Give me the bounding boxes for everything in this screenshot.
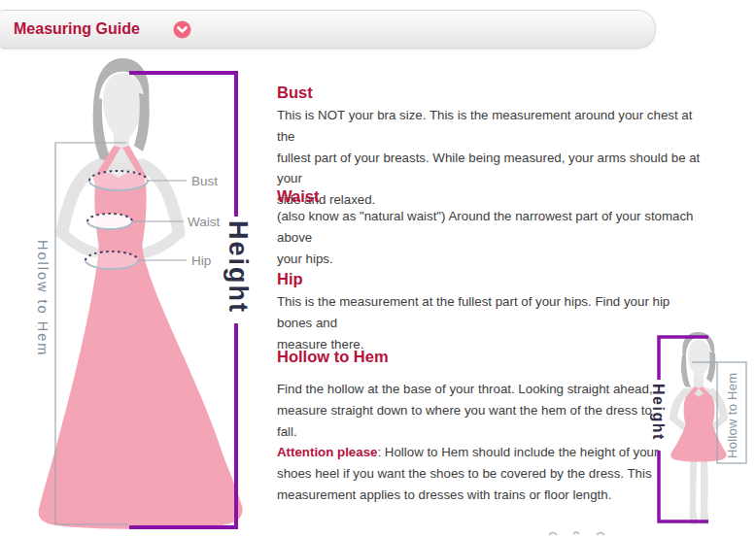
hollow-to-hem-heading: Hollow to Hem xyxy=(277,348,389,366)
hip-heading: Hip xyxy=(277,270,303,288)
hollow-description-part1: Find the hollow at the base of your thro… xyxy=(277,382,653,439)
bust-heading: Bust xyxy=(277,84,313,102)
small-left-leg xyxy=(690,461,699,524)
clipped-bottom-text xyxy=(549,532,604,535)
right-arm xyxy=(142,165,179,233)
face xyxy=(103,73,143,144)
height-label: Height xyxy=(223,220,253,314)
attention-label: Attention please xyxy=(277,445,377,459)
waist-description: (also know as "natural waist") Around th… xyxy=(277,206,706,269)
hip-label: Hip xyxy=(191,253,211,268)
small-dress-skirt xyxy=(670,424,726,462)
left-forearm xyxy=(62,233,94,252)
hollow-to-hem-label: Hollow to Hem xyxy=(35,240,51,356)
waist-ellipse xyxy=(87,214,132,229)
hollow-to-hem-description: Find the hollow at the base of your thro… xyxy=(277,379,666,506)
large-figure: Bust Waist Hip Height Hollow to Hem xyxy=(35,58,253,529)
bust-description: This is NOT your bra size. This is the m… xyxy=(277,105,706,211)
hip-description: This is the measurement at the fullest p… xyxy=(277,291,706,354)
small-dress-bodice xyxy=(684,394,715,428)
measuring-guide-page: Measuring Guide xyxy=(0,0,756,537)
dress-skirt xyxy=(39,245,243,529)
bust-ellipse xyxy=(89,171,148,190)
small-left-arm xyxy=(673,392,685,418)
right-forearm xyxy=(147,233,179,252)
bust-label: Bust xyxy=(191,174,218,188)
waist-heading: Waist xyxy=(277,187,319,206)
small-hollow-to-hem-label: Hollow to Hem xyxy=(725,373,739,458)
hip-ellipse xyxy=(86,252,138,269)
small-right-leg xyxy=(701,461,709,524)
waist-label: Waist xyxy=(188,215,220,229)
